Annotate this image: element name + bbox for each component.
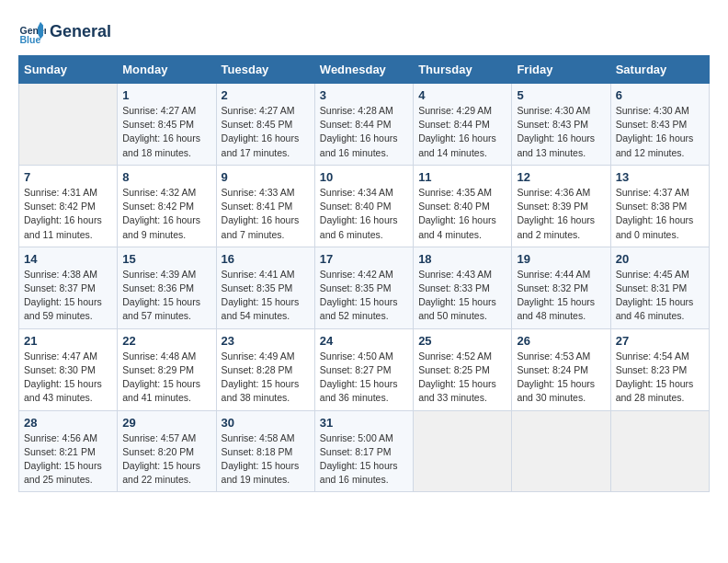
day-info: Sunrise: 4:57 AM Sunset: 8:20 PM Dayligh…: [122, 431, 210, 488]
calendar-cell: 26Sunrise: 4:53 AM Sunset: 8:24 PM Dayli…: [512, 328, 610, 410]
day-number: 26: [517, 334, 605, 348]
calendar-cell: 12Sunrise: 4:36 AM Sunset: 8:39 PM Dayli…: [512, 165, 610, 247]
day-number: 9: [222, 170, 310, 184]
day-info: Sunrise: 4:52 AM Sunset: 8:25 PM Dayligh…: [418, 350, 506, 406]
day-number: 3: [320, 88, 408, 102]
calendar-cell: 30Sunrise: 4:58 AM Sunset: 8:18 PM Dayli…: [216, 410, 314, 492]
day-number: 24: [320, 334, 408, 348]
day-number: 17: [320, 252, 408, 266]
calendar-cell: 18Sunrise: 4:43 AM Sunset: 8:33 PM Dayli…: [414, 247, 512, 328]
day-number: 31: [320, 416, 408, 430]
calendar-cell: 5Sunrise: 4:30 AM Sunset: 8:43 PM Daylig…: [512, 84, 610, 166]
calendar-cell: 4Sunrise: 4:29 AM Sunset: 8:44 PM Daylig…: [414, 84, 512, 166]
day-info: Sunrise: 4:33 AM Sunset: 8:41 PM Dayligh…: [222, 186, 310, 242]
calendar-cell: [512, 410, 610, 492]
day-number: 11: [418, 170, 506, 184]
calendar-cell: 8Sunrise: 4:32 AM Sunset: 8:42 PM Daylig…: [118, 165, 216, 247]
day-number: 5: [517, 88, 605, 102]
day-number: 29: [122, 416, 210, 430]
day-number: 13: [616, 170, 704, 184]
day-info: Sunrise: 4:32 AM Sunset: 8:42 PM Dayligh…: [122, 186, 210, 242]
day-info: Sunrise: 4:34 AM Sunset: 8:40 PM Dayligh…: [320, 186, 408, 242]
calendar-cell: 1Sunrise: 4:27 AM Sunset: 8:45 PM Daylig…: [118, 84, 216, 166]
day-info: Sunrise: 4:27 AM Sunset: 8:45 PM Dayligh…: [122, 104, 210, 160]
calendar-cell: 14Sunrise: 4:38 AM Sunset: 8:37 PM Dayli…: [19, 247, 118, 328]
calendar-cell: 10Sunrise: 4:34 AM Sunset: 8:40 PM Dayli…: [314, 165, 413, 247]
day-number: 15: [122, 252, 210, 266]
calendar-cell: 23Sunrise: 4:49 AM Sunset: 8:28 PM Dayli…: [216, 328, 314, 410]
day-info: Sunrise: 4:27 AM Sunset: 8:45 PM Dayligh…: [222, 104, 310, 160]
day-number: 10: [320, 170, 408, 184]
calendar-cell: [610, 410, 709, 492]
day-number: 20: [616, 252, 704, 266]
day-info: Sunrise: 4:45 AM Sunset: 8:31 PM Dayligh…: [616, 268, 704, 324]
calendar-cell: [414, 410, 512, 492]
calendar-cell: 29Sunrise: 4:57 AM Sunset: 8:20 PM Dayli…: [118, 410, 216, 492]
calendar-cell: 9Sunrise: 4:33 AM Sunset: 8:41 PM Daylig…: [216, 165, 314, 247]
calendar-cell: 25Sunrise: 4:52 AM Sunset: 8:25 PM Dayli…: [414, 328, 512, 410]
day-number: 1: [122, 88, 210, 102]
calendar-cell: 28Sunrise: 4:56 AM Sunset: 8:21 PM Dayli…: [19, 410, 118, 492]
day-info: Sunrise: 4:43 AM Sunset: 8:33 PM Dayligh…: [418, 268, 506, 324]
day-info: Sunrise: 4:48 AM Sunset: 8:29 PM Dayligh…: [122, 350, 210, 406]
day-info: Sunrise: 4:31 AM Sunset: 8:42 PM Dayligh…: [24, 186, 112, 242]
day-info: Sunrise: 4:30 AM Sunset: 8:43 PM Dayligh…: [616, 104, 704, 160]
day-number: 14: [24, 252, 112, 266]
day-number: 22: [122, 334, 210, 348]
header-cell-thursday: Thursday: [414, 56, 512, 84]
day-number: 8: [122, 170, 210, 184]
week-row-1: 7Sunrise: 4:31 AM Sunset: 8:42 PM Daylig…: [19, 165, 710, 247]
day-info: Sunrise: 4:37 AM Sunset: 8:38 PM Dayligh…: [616, 186, 704, 242]
header-cell-friday: Friday: [512, 56, 610, 84]
day-info: Sunrise: 4:58 AM Sunset: 8:18 PM Dayligh…: [222, 431, 310, 488]
day-info: Sunrise: 4:36 AM Sunset: 8:39 PM Dayligh…: [517, 186, 605, 242]
day-number: 21: [24, 334, 112, 348]
calendar-cell: 22Sunrise: 4:48 AM Sunset: 8:29 PM Dayli…: [118, 328, 216, 410]
day-info: Sunrise: 4:44 AM Sunset: 8:32 PM Dayligh…: [517, 268, 605, 324]
day-info: Sunrise: 4:54 AM Sunset: 8:23 PM Dayligh…: [616, 350, 704, 406]
calendar-cell: 11Sunrise: 4:35 AM Sunset: 8:40 PM Dayli…: [414, 165, 512, 247]
calendar-cell: 3Sunrise: 4:28 AM Sunset: 8:44 PM Daylig…: [314, 84, 413, 166]
day-number: 6: [616, 88, 704, 102]
day-info: Sunrise: 4:35 AM Sunset: 8:40 PM Dayligh…: [418, 186, 506, 242]
day-number: 2: [222, 88, 310, 102]
day-number: 27: [616, 334, 704, 348]
calendar-cell: 20Sunrise: 4:45 AM Sunset: 8:31 PM Dayli…: [610, 247, 709, 328]
day-info: Sunrise: 4:50 AM Sunset: 8:27 PM Dayligh…: [320, 350, 408, 406]
calendar-cell: 13Sunrise: 4:37 AM Sunset: 8:38 PM Dayli…: [610, 165, 709, 247]
page-header: General Blue General: [18, 18, 710, 46]
calendar-cell: 31Sunrise: 5:00 AM Sunset: 8:17 PM Dayli…: [314, 410, 413, 492]
week-row-4: 28Sunrise: 4:56 AM Sunset: 8:21 PM Dayli…: [19, 410, 710, 492]
logo-text-general: General: [50, 23, 111, 41]
calendar-cell: 27Sunrise: 4:54 AM Sunset: 8:23 PM Dayli…: [610, 328, 709, 410]
header-cell-saturday: Saturday: [610, 56, 709, 84]
header-cell-wednesday: Wednesday: [314, 56, 413, 84]
day-info: Sunrise: 5:00 AM Sunset: 8:17 PM Dayligh…: [320, 431, 408, 488]
calendar-cell: 16Sunrise: 4:41 AM Sunset: 8:35 PM Dayli…: [216, 247, 314, 328]
calendar-cell: 21Sunrise: 4:47 AM Sunset: 8:30 PM Dayli…: [19, 328, 118, 410]
week-row-2: 14Sunrise: 4:38 AM Sunset: 8:37 PM Dayli…: [19, 247, 710, 328]
day-info: Sunrise: 4:56 AM Sunset: 8:21 PM Dayligh…: [24, 431, 112, 488]
calendar-cell: 24Sunrise: 4:50 AM Sunset: 8:27 PM Dayli…: [314, 328, 413, 410]
logo: General Blue General: [18, 18, 111, 46]
calendar-cell: 19Sunrise: 4:44 AM Sunset: 8:32 PM Dayli…: [512, 247, 610, 328]
day-info: Sunrise: 4:30 AM Sunset: 8:43 PM Dayligh…: [517, 104, 605, 160]
calendar-cell: 7Sunrise: 4:31 AM Sunset: 8:42 PM Daylig…: [19, 165, 118, 247]
day-info: Sunrise: 4:49 AM Sunset: 8:28 PM Dayligh…: [222, 350, 310, 406]
calendar-table: SundayMondayTuesdayWednesdayThursdayFrid…: [18, 55, 710, 492]
day-info: Sunrise: 4:29 AM Sunset: 8:44 PM Dayligh…: [418, 104, 506, 160]
day-info: Sunrise: 4:53 AM Sunset: 8:24 PM Dayligh…: [517, 350, 605, 406]
calendar-cell: 2Sunrise: 4:27 AM Sunset: 8:45 PM Daylig…: [216, 84, 314, 166]
day-info: Sunrise: 4:47 AM Sunset: 8:30 PM Dayligh…: [24, 350, 112, 406]
day-number: 18: [418, 252, 506, 266]
day-info: Sunrise: 4:41 AM Sunset: 8:35 PM Dayligh…: [222, 268, 310, 324]
logo-icon: General Blue: [18, 18, 46, 46]
day-number: 25: [418, 334, 506, 348]
week-row-3: 21Sunrise: 4:47 AM Sunset: 8:30 PM Dayli…: [19, 328, 710, 410]
day-number: 23: [222, 334, 310, 348]
header-cell-sunday: Sunday: [19, 56, 118, 84]
calendar-cell: 6Sunrise: 4:30 AM Sunset: 8:43 PM Daylig…: [610, 84, 709, 166]
day-number: 4: [418, 88, 506, 102]
day-info: Sunrise: 4:28 AM Sunset: 8:44 PM Dayligh…: [320, 104, 408, 160]
calendar-cell: [19, 84, 118, 166]
